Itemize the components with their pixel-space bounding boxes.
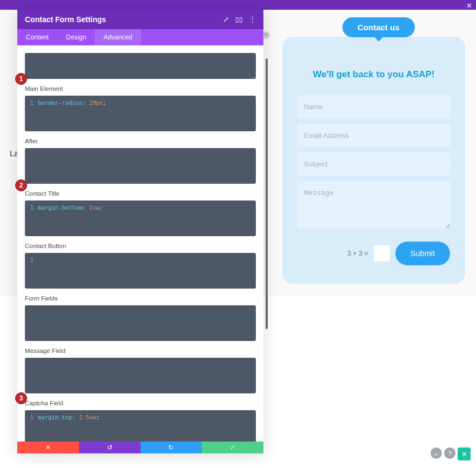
section-after: After xyxy=(25,138,256,184)
panel-tabs: Content Design Advanced xyxy=(17,29,263,45)
label-message-field: Message Field xyxy=(25,347,256,354)
code-box-message-field[interactable] xyxy=(25,358,256,393)
annotation-badge-3: 3 xyxy=(15,392,27,404)
name-field[interactable] xyxy=(298,95,450,118)
label-captcha-field: Captcha Field xyxy=(25,400,256,406)
tab-content[interactable]: Content xyxy=(17,29,57,45)
scrollbar-thumb[interactable] xyxy=(266,58,268,329)
more-menu-icon[interactable]: ⋮ xyxy=(249,18,256,21)
label-form-fields: Form Fields xyxy=(25,295,256,302)
floating-toolbar: ⌕ ? ✕ xyxy=(431,447,471,460)
section-contact-title: Contact Title 1 margin-bottom: 1vw; xyxy=(25,190,256,236)
close-builder-icon[interactable]: ✕ xyxy=(458,447,471,460)
section-form-fields: Form Fields xyxy=(25,295,256,341)
form-bottom-row: 3 + 3 = Submit xyxy=(298,242,450,265)
line-number: 1 xyxy=(29,256,34,264)
label-contact-title: Contact Title xyxy=(25,190,256,197)
code-box-before[interactable] xyxy=(25,53,256,79)
email-field[interactable] xyxy=(298,124,450,147)
contact-us-pill: Contact us xyxy=(342,17,415,37)
undo-button[interactable]: ↺ xyxy=(79,442,141,453)
line-number: 1 xyxy=(29,99,34,107)
captcha-answer-input[interactable] xyxy=(374,245,390,262)
panel-header-actions: ⤢ ▯▯ ⋮ xyxy=(223,16,256,23)
code-box-after[interactable] xyxy=(25,148,256,184)
help-icon[interactable]: ? xyxy=(444,447,455,459)
tab-advanced[interactable]: Advanced xyxy=(95,29,141,45)
annotation-badge-1: 1 xyxy=(15,73,27,85)
panel-footer-actions: ✕ ↺ ↻ ✓ xyxy=(17,442,263,453)
contact-form-card: We'll get back to you ASAP! 3 + 3 = Subm… xyxy=(282,37,465,284)
code-box-main-element[interactable]: 1 border-radius: 20px; xyxy=(25,96,256,131)
line-number: 1 xyxy=(29,204,34,212)
cancel-button[interactable]: ✕ xyxy=(17,442,79,453)
expand-icon[interactable]: ⤢ xyxy=(223,16,229,23)
section-message-field: Message Field xyxy=(25,347,256,393)
section-main-element: Main Element 1 border-radius: 20px; xyxy=(25,85,256,131)
label-main-element: Main Element xyxy=(25,85,256,92)
css-val: 1vw xyxy=(89,204,100,211)
tab-design[interactable]: Design xyxy=(57,29,95,45)
subject-field[interactable] xyxy=(298,152,450,176)
label-contact-button: Contact Button xyxy=(25,243,256,249)
contact-form-heading: We'll get back to you ASAP! xyxy=(298,69,450,80)
css-val: 1.5vw xyxy=(79,414,96,420)
page-top-bar: ✕ xyxy=(0,0,476,10)
captcha-question: 3 + 3 = xyxy=(347,250,368,257)
save-button[interactable]: ✓ xyxy=(202,442,263,453)
css-prop: margin-top xyxy=(38,414,72,420)
code-box-captcha-field[interactable]: 1 margin-top: 1.5vw; xyxy=(25,410,256,446)
css-prop: border-radius xyxy=(38,99,82,106)
redo-button[interactable]: ↻ xyxy=(141,442,202,453)
columns-icon[interactable]: ▯▯ xyxy=(235,16,243,23)
code-box-contact-title[interactable]: 1 margin-bottom: 1vw; xyxy=(25,200,256,236)
annotation-badge-2: 2 xyxy=(15,179,27,191)
page-close-icon[interactable]: ✕ xyxy=(466,2,472,9)
panel-title: Contact Form Settings xyxy=(25,15,106,24)
section-captcha-field: Captcha Field 1 margin-top: 1.5vw; xyxy=(25,400,256,446)
label-after: After xyxy=(25,138,256,144)
css-val: 20px xyxy=(89,99,103,106)
settings-panel: Contact Form Settings ⤢ ▯▯ ⋮ Content Des… xyxy=(17,10,263,453)
search-icon[interactable]: ⌕ xyxy=(431,447,442,459)
message-field[interactable] xyxy=(298,181,450,229)
exit-visual-builder-chip[interactable]: ✕ xyxy=(262,31,270,39)
panel-header: Contact Form Settings ⤢ ▯▯ ⋮ xyxy=(17,10,263,29)
code-box-contact-button[interactable]: 1 xyxy=(25,253,256,289)
section-contact-button: Contact Button 1 xyxy=(25,243,256,289)
panel-body: Main Element 1 border-radius: 20px; Afte… xyxy=(17,45,263,453)
submit-button[interactable]: Submit xyxy=(395,242,450,265)
line-number: 1 xyxy=(29,413,34,422)
css-prop: margin-bottom xyxy=(38,204,82,211)
code-box-form-fields[interactable] xyxy=(25,305,256,341)
